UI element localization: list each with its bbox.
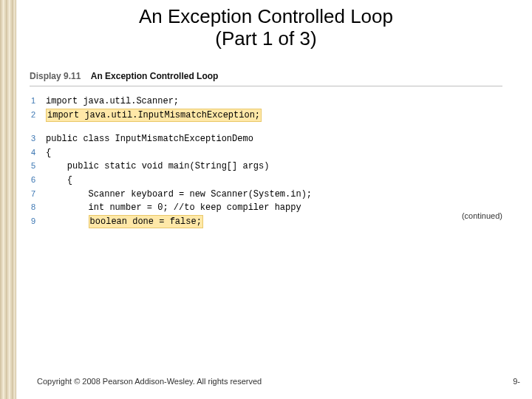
slide: An Exception Controlled Loop (Part 1 of …: [0, 0, 532, 399]
code-line: 2import java.util.InputMismatchException…: [30, 109, 502, 123]
display-number: Display 9.11: [30, 71, 81, 81]
title-line-1: An Exception Controlled Loop: [139, 5, 393, 27]
display-caption: An Exception Controlled Loop: [91, 71, 219, 81]
highlighted-code: import java.util.InputMismatchException;: [46, 109, 262, 122]
line-number: 5: [30, 160, 46, 174]
line-number: 7: [30, 188, 46, 202]
code-content: public static void main(String[] args): [67, 161, 270, 171]
code-content: Scanner keyboard = new Scanner(System.in…: [89, 189, 312, 200]
code-text: import java.util.InputMismatchException;: [46, 109, 262, 123]
footer-copyright: Copyright © 2008 Pearson Addison-Wesley.…: [37, 377, 262, 386]
code-line: 5 public static void main(String[] args): [30, 160, 502, 174]
indent: [46, 161, 67, 171]
code-text: public static void main(String[] args): [46, 160, 269, 174]
blank-line: [30, 122, 502, 132]
code-line: 3public class InputMismatchExceptionDemo: [30, 132, 502, 146]
indent: [46, 189, 89, 200]
code-listing: 1import java.util.Scanner; 2import java.…: [30, 95, 502, 228]
code-line: 1import java.util.Scanner;: [30, 95, 502, 109]
code-line: 7 Scanner keyboard = new Scanner(System.…: [30, 188, 502, 202]
slide-title: An Exception Controlled Loop (Part 1 of …: [0, 6, 532, 50]
code-line: 4{: [30, 146, 502, 160]
line-number: 6: [30, 174, 46, 188]
line-number: 3: [30, 132, 46, 146]
line-number: 4: [30, 146, 46, 160]
code-text: {: [46, 146, 51, 160]
display-header: Display 9.11 An Exception Controlled Loo…: [30, 71, 502, 86]
indent: [46, 175, 67, 185]
code-text: Scanner keyboard = new Scanner(System.in…: [46, 188, 312, 202]
code-content: {: [67, 175, 72, 185]
line-number: 1: [30, 95, 46, 109]
code-line: 6 {: [30, 174, 502, 188]
left-decorative-band: [0, 0, 16, 399]
continued-label: (continued): [30, 211, 502, 220]
line-number: 2: [30, 109, 46, 123]
footer-page-number: 9-: [513, 377, 520, 386]
code-text: import java.util.Scanner;: [46, 95, 179, 109]
title-line-2: (Part 1 of 3): [215, 27, 316, 50]
code-text: {: [46, 174, 72, 188]
code-text: public class InputMismatchExceptionDemo: [46, 132, 253, 146]
